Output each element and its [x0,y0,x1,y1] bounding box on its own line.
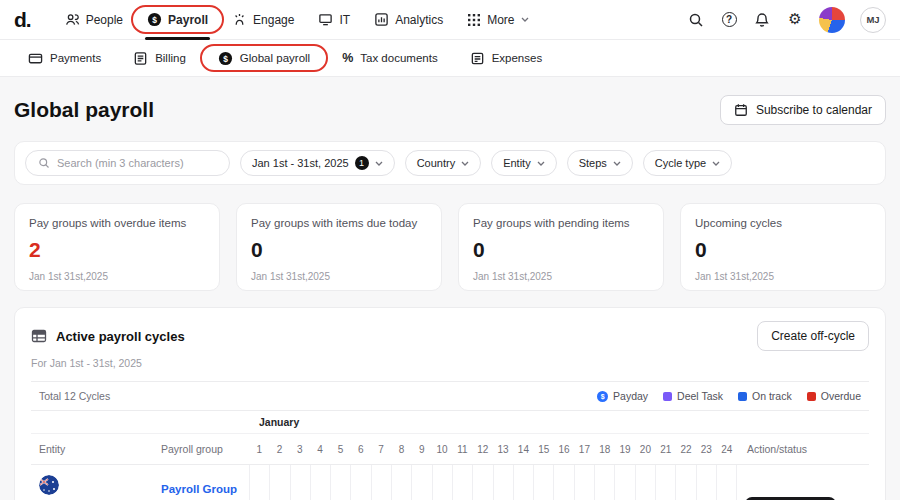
stat-card-pending: Pay groups with pending items 0 Jan 1st … [458,203,664,291]
cycles-title: Active payroll cycles [56,329,185,344]
legend-overdue-label: Overdue [821,390,861,402]
status-legend: $ Payday Deel Task On track [597,390,861,402]
day-column-header-3: 3 [290,434,310,464]
payroll-sub-nav: Payments Billing $ Global payroll % Tax … [0,40,900,77]
subnav-item-global-payroll[interactable]: $ Global payroll [206,40,322,77]
create-off-cycle-button[interactable]: Create off-cycle [757,321,869,351]
chevron-down-icon [537,161,545,166]
day-cell-19 [614,465,634,500]
nav-item-engage[interactable]: Engage [220,0,306,40]
cycles-title-wrap: Active payroll cycles [31,328,185,344]
subnav-item-expenses-label: Expenses [492,52,543,64]
date-range-label: Jan 1st - 31st, 2025 [252,157,349,169]
cycle-type-filter-label: Cycle type [655,157,706,169]
notifications-bell-icon[interactable] [753,11,771,29]
calendar-icon [734,103,748,117]
legend-on-track-label: On track [752,390,792,402]
grid-dots-icon [467,13,481,27]
nav-item-more[interactable]: More [455,0,540,40]
entity-filter-label: Entity [503,157,531,169]
nav-item-people-label: People [86,13,123,27]
day-column-header-2: 2 [269,434,289,464]
org-avatar[interactable] [819,7,845,33]
page-title: Global payroll [14,98,154,122]
day-cell-2 [269,465,289,500]
day-cell-24 [716,465,737,500]
legend-payday-label: Payday [613,390,648,402]
day-column-header-8: 8 [391,434,411,464]
cycles-table: Total 12 Cycles $ Payday Deel Task On [31,381,869,500]
dollar-circle-icon: $ [218,51,233,66]
action-status-column-header: Action/status [737,434,869,464]
date-range-filter[interactable]: Jan 1st - 31st, 2025 1 [240,150,395,176]
day-cell-4 [310,465,330,500]
action-cell: Upload G2N [737,465,869,500]
month-label: January [249,411,299,433]
entity-filter[interactable]: Entity [491,150,557,176]
nav-item-payroll-label: Payroll [168,13,208,27]
cycle-type-filter[interactable]: Cycle type [643,150,732,176]
topnav-right-cluster: ? ⚙ MJ [687,7,886,33]
country-filter[interactable]: Country [405,150,482,176]
day-column-header-1: 1 [249,434,269,464]
day-cell-9 [411,465,431,500]
day-column-header-16: 16 [554,434,574,464]
day-column-header-19: 19 [615,434,635,464]
billing-doc-icon [133,51,148,66]
search-icon[interactable] [687,11,705,29]
nav-item-people[interactable]: People [53,0,135,40]
search-icon [38,157,50,169]
subnav-item-payments[interactable]: Payments [16,40,113,77]
subnav-item-billing[interactable]: Billing [121,40,198,77]
people-icon [65,12,80,27]
day-cell-16 [553,465,573,500]
settings-gear-icon[interactable]: ⚙ [786,11,804,29]
deel-logo[interactable]: d. [14,8,31,32]
active-payroll-cycles-card: Active payroll cycles Create off-cycle F… [14,307,886,500]
svg-text:$: $ [152,15,157,25]
day-cell-15 [533,465,553,500]
nav-item-payroll[interactable]: $ Payroll [135,0,220,40]
day-column-header-20: 20 [635,434,655,464]
filter-bar: Jan 1st - 31st, 2025 1 Country Entity S [14,141,886,185]
user-avatar[interactable]: MJ [860,7,886,33]
australia-flag-icon [39,475,59,495]
subnav-item-expenses[interactable]: Expenses [458,40,555,77]
payroll-group-link[interactable]: Payroll Group [161,483,249,495]
month-row-spacer [161,411,249,433]
stat-value: 0 [473,238,649,262]
subnav-item-global-payroll-label: Global payroll [240,52,310,64]
help-icon[interactable]: ? [720,11,738,29]
day-cell-10 [432,465,452,500]
gear-glyph: ⚙ [788,12,801,27]
day-cell-1 [249,465,269,500]
overdue-swatch [807,392,816,401]
stat-value: 0 [695,238,871,262]
subscribe-to-calendar-button[interactable]: Subscribe to calendar [720,95,886,125]
payroll-cycle-row: AU entity Australia Payroll Group 41 Peo… [31,465,869,500]
month-row-spacer [737,411,869,433]
search-field[interactable] [25,150,230,176]
stat-label: Pay groups with overdue items [29,217,205,229]
cycles-header: Active payroll cycles Create off-cycle [31,321,869,351]
day-cell-11 [452,465,472,500]
chevron-down-icon [712,161,720,166]
nav-item-analytics[interactable]: Analytics [362,0,455,40]
svg-text:$: $ [223,53,228,63]
chevron-down-icon [613,161,621,166]
day-column-header-14: 14 [513,434,533,464]
day-cell-17 [574,465,594,500]
search-input[interactable] [57,157,217,169]
bar-chart-icon [374,12,389,27]
steps-filter[interactable]: Steps [567,150,633,176]
deel-global-payroll-page: d. People $ Payroll Engage [0,0,900,500]
day-cell-6 [350,465,370,500]
total-cycles-label: Total 12 Cycles [39,390,110,402]
subnav-item-tax-documents[interactable]: % Tax documents [330,40,449,77]
nav-item-it[interactable]: IT [306,0,362,40]
day-column-header-18: 18 [595,434,615,464]
day-cell-12 [472,465,492,500]
day-cell-8 [391,465,411,500]
cycles-subtitle: For Jan 1st - 31st, 2025 [31,357,869,369]
legend-payday: $ Payday [597,390,648,402]
